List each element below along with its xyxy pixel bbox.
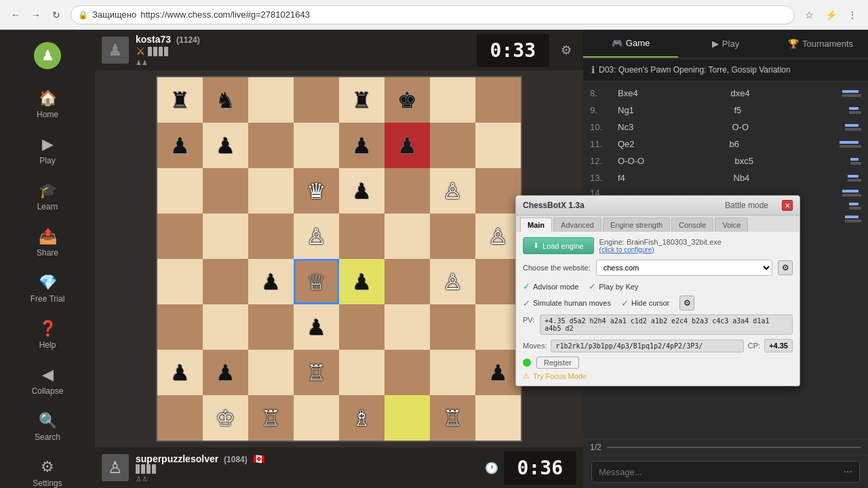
move-black[interactable]: b6 — [726, 137, 837, 151]
cell-0-6[interactable] — [430, 77, 475, 123]
move-white[interactable]: Nc3 — [614, 120, 728, 134]
play-by-key-checkbox[interactable]: ✓ Play by Key — [589, 281, 638, 291]
engine-config-link[interactable]: (click to configure) — [599, 246, 722, 253]
cell-6-7[interactable]: ♟ — [475, 350, 521, 395]
cell-6-6[interactable] — [430, 350, 475, 395]
cell-2-1[interactable] — [203, 168, 248, 214]
tab-tournaments[interactable]: 🏆 Tournaments — [773, 30, 868, 58]
sidebar-item-settings[interactable]: ⚙ Settings — [0, 450, 95, 488]
cell-6-5[interactable] — [384, 350, 430, 395]
cell-3-6[interactable] — [430, 214, 475, 259]
move-black[interactable]: Nb4 — [730, 171, 846, 185]
cell-6-0[interactable]: ♟ — [157, 350, 203, 395]
cell-7-4[interactable]: ♗ — [339, 395, 384, 441]
address-bar[interactable]: 🔒 Защищено https://www.chess.com/live#g=… — [71, 5, 795, 24]
move-white[interactable]: O-O-O — [614, 154, 731, 168]
menu-button[interactable]: ⋮ — [844, 6, 861, 24]
cell-5-2[interactable] — [248, 304, 294, 350]
cbot-tab-main[interactable]: Main — [520, 218, 552, 232]
cell-7-5[interactable] — [384, 395, 430, 441]
cell-5-0[interactable] — [157, 304, 203, 350]
move-black[interactable] — [727, 191, 840, 195]
cell-1-0[interactable]: ♟ — [157, 123, 203, 168]
cell-6-4[interactable] — [339, 350, 384, 395]
sidebar-item-free-trial[interactable]: 💎 Free Trial — [0, 266, 95, 312]
register-button[interactable]: Register — [536, 357, 579, 369]
move-black[interactable]: bxc5 — [731, 154, 848, 168]
move-white[interactable]: Qe2 — [614, 137, 726, 151]
forward-button[interactable]: → — [27, 6, 45, 24]
cell-4-4[interactable]: ♟ — [339, 259, 384, 304]
sidebar-item-play[interactable]: ▶ Play — [0, 127, 95, 174]
cell-1-4[interactable]: ♟ — [339, 123, 384, 168]
cell-7-1[interactable]: ♔ — [203, 395, 248, 441]
cbot-tab-voice[interactable]: Voice — [715, 218, 748, 232]
cell-0-3[interactable] — [294, 77, 339, 123]
message-input[interactable] — [599, 467, 838, 477]
sidebar-item-learn[interactable]: 🎓 Learn — [0, 174, 95, 220]
cell-5-1[interactable] — [203, 304, 248, 350]
focus-mode-row[interactable]: ⚠ Try Focus Mode — [523, 371, 793, 380]
cell-1-5[interactable]: ♟ — [384, 123, 430, 168]
cbot-tab-advanced[interactable]: Advanced — [553, 218, 601, 232]
website-gear-button[interactable]: ⚙ — [778, 260, 793, 275]
chessbot-close-button[interactable]: ✕ — [782, 200, 793, 211]
chessboard[interactable]: ♜♞♜♚♟♟♟♟♛♟♙♙♙♟♕♟♙♟♟♟♖♟♔♖♗♖ — [156, 76, 522, 442]
sidebar-item-help[interactable]: ❓ Help — [0, 312, 95, 358]
cell-7-7[interactable] — [475, 395, 521, 441]
cell-5-6[interactable] — [430, 304, 475, 350]
extensions-button[interactable]: ⚡ — [822, 6, 840, 24]
sidebar-item-collapse[interactable]: ◀ Collapse — [0, 358, 95, 404]
cell-5-3[interactable]: ♟ — [294, 304, 339, 350]
cell-0-4[interactable]: ♜ — [339, 77, 384, 123]
logo-area[interactable]: ♟ — [27, 37, 68, 75]
move-white[interactable]: Ng1 — [614, 103, 730, 117]
cell-4-1[interactable] — [203, 259, 248, 304]
advisor-mode-checkbox[interactable]: ✓ Advisor mode — [523, 281, 578, 291]
cell-0-5[interactable]: ♚ — [384, 77, 430, 123]
cell-2-7[interactable] — [475, 168, 521, 214]
load-engine-button[interactable]: ⬇ Load engine — [523, 237, 594, 254]
cell-3-0[interactable] — [157, 214, 203, 259]
cell-7-0[interactable] — [157, 395, 203, 441]
sidebar-item-search[interactable]: 🔍 Search — [0, 404, 95, 450]
cell-2-3[interactable]: ♛ — [294, 168, 339, 214]
cell-3-3[interactable]: ♙ — [294, 214, 339, 259]
simulate-gear-button[interactable]: ⚙ — [679, 296, 694, 310]
tab-play[interactable]: ▶ Play — [678, 30, 773, 58]
game-settings-button[interactable]: ⚙ — [556, 40, 576, 60]
cell-6-2[interactable] — [248, 350, 294, 395]
cell-2-2[interactable] — [248, 168, 294, 214]
cell-2-4[interactable]: ♟ — [339, 168, 384, 214]
cbot-tab-console[interactable]: Console — [671, 218, 713, 232]
simulate-human-checkbox[interactable]: ✓ Simulate human moves — [523, 296, 611, 310]
move-white[interactable]: f4 — [614, 171, 730, 185]
reload-button[interactable]: ↻ — [47, 6, 65, 24]
cell-5-4[interactable] — [339, 304, 384, 350]
back-button[interactable]: ← — [7, 6, 24, 24]
cell-2-5[interactable] — [384, 168, 430, 214]
cbot-tab-engine-strength[interactable]: Engine strength — [603, 218, 670, 232]
cell-7-3[interactable] — [294, 395, 339, 441]
cell-0-7[interactable] — [475, 77, 521, 123]
move-white[interactable] — [614, 191, 727, 195]
cell-4-2[interactable]: ♟ — [248, 259, 294, 304]
cell-0-0[interactable]: ♜ — [157, 77, 203, 123]
move-black[interactable]: dxe4 — [727, 86, 840, 100]
cell-2-6[interactable]: ♙ — [430, 168, 475, 214]
hide-cursor-checkbox[interactable]: ✓ Hide cursor — [621, 296, 669, 310]
move-black[interactable]: O-O — [728, 120, 843, 134]
cell-4-5[interactable] — [384, 259, 430, 304]
cell-1-7[interactable] — [475, 123, 521, 168]
cell-4-6[interactable]: ♙ — [430, 259, 475, 304]
cell-3-2[interactable] — [248, 214, 294, 259]
cell-7-2[interactable]: ♖ — [248, 395, 294, 441]
cell-5-7[interactable] — [475, 304, 521, 350]
cell-3-5[interactable] — [384, 214, 430, 259]
cell-6-3[interactable]: ♖ — [294, 350, 339, 395]
cell-1-1[interactable]: ♟ — [203, 123, 248, 168]
cell-2-0[interactable] — [157, 168, 203, 214]
cell-3-7[interactable]: ♙ — [475, 214, 521, 259]
cell-3-1[interactable] — [203, 214, 248, 259]
move-white[interactable]: Bxe4 — [614, 86, 727, 100]
